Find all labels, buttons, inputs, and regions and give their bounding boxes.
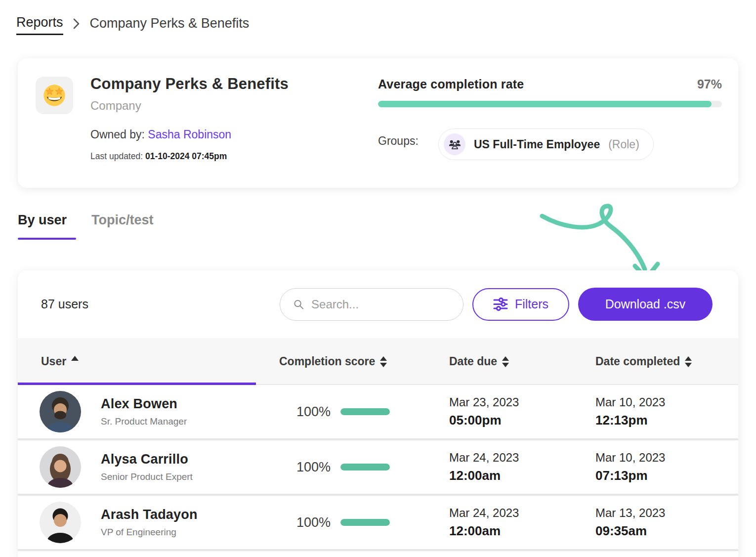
column-header-user[interactable]: User xyxy=(18,355,256,368)
completion-rate-label: Average completion rate xyxy=(378,77,524,91)
completion-rate-value: 97% xyxy=(697,77,722,91)
tab-topic-test[interactable]: Topic/test xyxy=(91,213,154,240)
user-info: Arash Tadayon VP of Engineering xyxy=(101,507,198,538)
time-completed: 07:13pm xyxy=(595,468,738,483)
date-completed-cell: Mar 10, 2023 12:13pm xyxy=(572,395,738,428)
time-due: 12:00am xyxy=(449,523,572,539)
date-completed: Mar 10, 2023 xyxy=(595,451,738,465)
user-role: Sr. Product Manager xyxy=(101,416,187,427)
group-chip[interactable]: US Full-Time Employee (Role) xyxy=(438,129,654,160)
triangle-up-down-icon xyxy=(380,356,387,367)
user-name: Alex Bowen xyxy=(101,396,187,412)
search-icon xyxy=(293,298,304,311)
date-completed-cell: Mar 10, 2023 07:13pm xyxy=(572,451,738,483)
column-label: Completion score xyxy=(279,355,375,368)
groups-label: Groups: xyxy=(378,134,419,148)
filters-button[interactable]: Filters xyxy=(472,288,569,321)
score-bar xyxy=(340,408,390,415)
last-updated-line: Last updated: 01-10-2024 07:45pm xyxy=(90,151,227,162)
download-csv-label: Download .csv xyxy=(605,297,686,311)
completion-score-cell: 100% xyxy=(256,460,426,475)
column-header-date-completed[interactable]: Date completed xyxy=(572,355,738,368)
filters-label: Filters xyxy=(515,297,548,311)
date-completed-cell: Mar 13, 2023 09:35am xyxy=(572,506,738,539)
group-role-suffix: (Role) xyxy=(608,138,639,151)
breadcrumb-current: Company Perks & Benefits xyxy=(90,16,250,31)
table-row[interactable]: Alysa Carrillo Senior Product Expert 100… xyxy=(18,440,738,494)
user-role: VP of Engineering xyxy=(101,527,198,538)
report-title: Company Perks & Benefits xyxy=(90,75,289,93)
avatar xyxy=(40,446,81,488)
avatar xyxy=(40,502,81,543)
date-due-cell: Mar 24, 2023 12:00am xyxy=(426,506,572,539)
user-cell: Arash Tadayon VP of Engineering xyxy=(18,502,256,543)
breadcrumb: Reports Company Perks & Benefits xyxy=(16,15,249,35)
owner-link[interactable]: Sasha Robinson xyxy=(148,128,231,141)
column-label: User xyxy=(41,355,66,368)
date-due-cell: Mar 24, 2023 12:00am xyxy=(426,451,572,483)
column-label: Date due xyxy=(449,355,497,368)
completion-progress-fill xyxy=(378,101,712,107)
date-due: Mar 24, 2023 xyxy=(449,451,572,465)
score-value: 100% xyxy=(296,460,331,475)
star-struck-emoji xyxy=(43,84,66,107)
users-table-card: 87 users Filters Download .csv Us xyxy=(18,270,738,557)
owned-by-label: Owned by: xyxy=(90,128,148,141)
people-group-icon xyxy=(444,133,465,155)
completion-score-cell: 100% xyxy=(256,515,426,530)
download-csv-button[interactable]: Download .csv xyxy=(578,288,713,321)
user-name: Alysa Carrillo xyxy=(101,452,193,467)
tab-by-user[interactable]: By user xyxy=(18,213,67,240)
date-due: Mar 24, 2023 xyxy=(449,506,572,520)
score-bar-fill xyxy=(340,519,390,526)
time-completed: 12:13pm xyxy=(595,413,738,428)
report-summary-card: Company Perks & Benefits Company Owned b… xyxy=(18,58,738,188)
score-bar-fill xyxy=(340,464,390,471)
search-input[interactable] xyxy=(311,298,453,311)
date-completed: Mar 10, 2023 xyxy=(595,395,738,409)
score-value: 100% xyxy=(296,404,331,420)
column-header-completion-score[interactable]: Completion score xyxy=(256,355,426,368)
table-row[interactable]: Arash Tadayon VP of Engineering 100% Mar… xyxy=(18,496,738,549)
row-separator xyxy=(18,549,738,551)
table-toolbar: 87 users Filters Download .csv xyxy=(18,270,738,338)
user-info: Alysa Carrillo Senior Product Expert xyxy=(101,452,193,482)
score-bar-fill xyxy=(340,408,390,415)
user-count: 87 users xyxy=(41,297,88,311)
score-bar xyxy=(340,519,390,526)
date-completed: Mar 13, 2023 xyxy=(595,506,738,520)
breadcrumb-reports-link[interactable]: Reports xyxy=(16,15,63,35)
owned-by-line: Owned by: Sasha Robinson xyxy=(90,128,231,141)
score-value: 100% xyxy=(296,515,331,530)
column-header-date-due[interactable]: Date due xyxy=(426,355,572,368)
table-header-row: User Completion score Date due Date comp… xyxy=(18,338,738,385)
sorted-column-indicator xyxy=(18,383,256,385)
completion-score-cell: 100% xyxy=(256,404,426,420)
last-updated-label: Last updated: xyxy=(90,151,145,161)
sliders-icon xyxy=(493,298,508,311)
avatar xyxy=(40,391,81,432)
time-completed: 09:35am xyxy=(595,523,738,539)
report-emoji-tile xyxy=(36,77,73,114)
triangle-up-down-icon xyxy=(685,356,692,367)
search-box xyxy=(280,288,463,321)
report-type: Company xyxy=(90,99,141,113)
user-info: Alex Bowen Sr. Product Manager xyxy=(101,396,187,427)
column-label: Date completed xyxy=(595,355,680,368)
group-name: US Full-Time Employee xyxy=(474,138,600,151)
score-bar xyxy=(340,464,390,471)
chevron-right-icon xyxy=(73,18,80,29)
time-due: 12:00am xyxy=(449,468,572,483)
date-due: Mar 23, 2023 xyxy=(449,395,572,409)
date-due-cell: Mar 23, 2023 05:00pm xyxy=(426,395,572,428)
triangle-up-icon xyxy=(71,356,79,361)
last-updated-value: 01-10-2024 07:45pm xyxy=(145,151,227,161)
time-due: 05:00pm xyxy=(449,413,572,428)
triangle-up-down-icon xyxy=(502,356,509,367)
report-tabs: By user Topic/test xyxy=(18,213,154,240)
table-row[interactable]: Alex Bowen Sr. Product Manager 100% Mar … xyxy=(18,385,738,438)
completion-progress-bar xyxy=(378,101,722,107)
user-cell: Alex Bowen Sr. Product Manager xyxy=(18,391,256,432)
user-name: Arash Tadayon xyxy=(101,507,198,522)
user-cell: Alysa Carrillo Senior Product Expert xyxy=(18,446,256,488)
